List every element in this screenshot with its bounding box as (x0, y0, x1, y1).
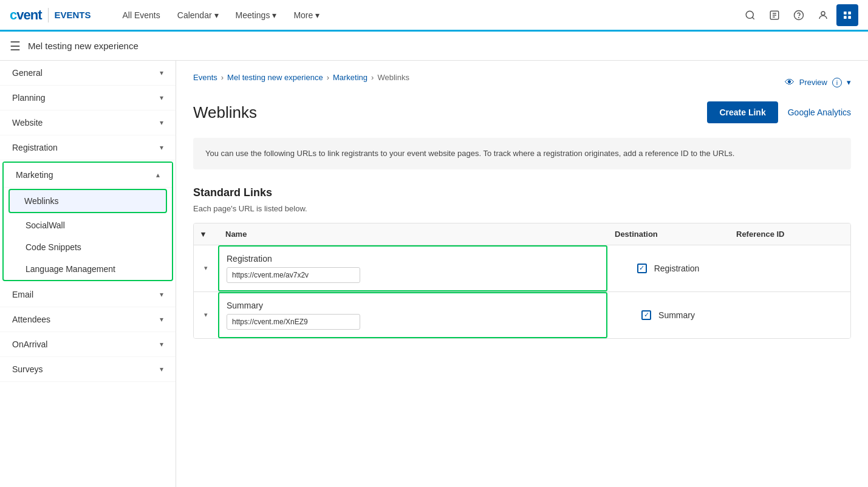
row-name-1: Registration (218, 245, 607, 291)
row-reference-2 (729, 292, 850, 338)
breadcrumb-sep-3: › (371, 73, 374, 82)
nav-calendar[interactable]: Calendar ▾ (170, 7, 226, 24)
user-icon-btn[interactable] (812, 4, 834, 26)
main-layout: General ▾ Planning ▾ Website ▾ Registrat… (0, 61, 868, 487)
name-cell-content-1: Registration (227, 254, 360, 283)
chevron-down-icon: ▾ (160, 290, 163, 299)
breadcrumb-sep-1: › (221, 73, 224, 82)
svg-point-5 (821, 12, 825, 15)
chevron-down-icon: ▾ (160, 94, 163, 102)
col-header-name: Name (218, 230, 607, 239)
sidebar-item-code-snippets[interactable]: Code Snippets (4, 236, 172, 258)
checkbox-summary[interactable]: ✓ (641, 310, 651, 320)
subheader: ☰ Mel testing new experience (0, 32, 868, 61)
nav-divider (48, 8, 49, 22)
search-icon-btn[interactable] (739, 4, 761, 26)
svg-point-4 (799, 17, 799, 18)
info-box: You can use the following URLs to link r… (193, 138, 851, 169)
breadcrumb-right: 👁 Preview i ▾ (785, 77, 851, 88)
subheader-title: Mel testing new experience (28, 41, 138, 51)
breadcrumb-event-name[interactable]: Mel testing new experience (227, 73, 323, 82)
help-icon-btn[interactable] (788, 4, 810, 26)
url-input-summary[interactable] (227, 314, 360, 330)
standard-links-title: Standard Links (193, 186, 851, 199)
svg-rect-8 (844, 16, 847, 19)
svg-rect-6 (844, 12, 847, 15)
nav-more[interactable]: More ▾ (286, 7, 327, 24)
sidebar-item-surveys[interactable]: Surveys ▾ (0, 357, 176, 382)
chevron-down-icon: ▾ (160, 69, 163, 77)
sidebar-item-socialwall[interactable]: SocialWall (4, 214, 172, 236)
nav-icons (739, 4, 858, 26)
page-title: Weblinks (193, 103, 257, 122)
chevron-down-icon: ▾ (160, 315, 163, 324)
chevron-down-icon: ▾ (160, 340, 163, 349)
info-icon[interactable]: i (832, 78, 842, 87)
chevron-down-icon: ▾ (160, 365, 163, 373)
url-input-registration[interactable] (227, 267, 360, 283)
chevron-down-icon: ▾ (315, 10, 320, 20)
sidebar-item-website[interactable]: Website ▾ (0, 111, 176, 135)
sidebar-item-general[interactable]: General ▾ (0, 61, 176, 86)
sidebar-item-onarrival[interactable]: OnArrival ▾ (0, 332, 176, 357)
nav-events-label: EVENTS (55, 10, 91, 20)
main-content: Events › Mel testing new experience › Ma… (176, 61, 868, 487)
info-text: You can use the following URLs to link r… (205, 149, 734, 158)
google-analytics-button[interactable]: Google Analytics (788, 107, 851, 117)
table-row: ▾ Registration ✓ Registration (194, 245, 850, 292)
checkbox-registration[interactable]: ✓ (637, 264, 647, 273)
row-destination-1: ✓ Registration (607, 245, 729, 291)
row-reference-1 (729, 245, 850, 291)
eye-icon: 👁 (785, 77, 795, 88)
table-header: ▾ Name Destination Reference ID (194, 223, 850, 245)
breadcrumb-wrapper: Events › Mel testing new experience › Ma… (193, 73, 851, 92)
weblinks-table: ▾ Name Destination Reference ID ▾ (193, 223, 851, 339)
name-cell-content-2: Summary (227, 301, 360, 330)
grid-icon-btn[interactable] (836, 4, 858, 26)
sidebar-item-email[interactable]: Email ▾ (0, 282, 176, 307)
svg-rect-9 (848, 16, 851, 19)
standard-links-subtitle: Each page's URL is listed below. (193, 204, 851, 213)
logo-area: cvent EVENTS (10, 7, 91, 23)
chevron-down-icon: ▾ (160, 143, 163, 152)
logo: cvent (10, 7, 42, 23)
top-nav: cvent EVENTS All Events Calendar ▾ Meeti… (0, 0, 868, 32)
chevron-down-icon: ▾ (204, 264, 208, 272)
chevron-down-icon[interactable]: ▾ (847, 78, 851, 87)
header-actions: Create Link Google Analytics (707, 101, 851, 123)
sidebar-item-marketing[interactable]: Marketing ▴ (4, 163, 172, 188)
breadcrumb-events[interactable]: Events (193, 73, 217, 82)
row-destination-2: ✓ Summary (607, 292, 729, 338)
row-expand-2[interactable]: ▾ (194, 292, 218, 338)
svg-point-0 (746, 11, 753, 18)
sidebar-item-attendees[interactable]: Attendees ▾ (0, 307, 176, 332)
hamburger-icon[interactable]: ☰ (10, 39, 21, 53)
sidebar-item-planning[interactable]: Planning ▾ (0, 86, 176, 111)
breadcrumb-marketing[interactable]: Marketing (333, 73, 367, 82)
nav-links: All Events Calendar ▾ Meetings ▾ More ▾ (115, 7, 725, 24)
breadcrumb: Events › Mel testing new experience › Ma… (193, 73, 409, 82)
nav-all-events[interactable]: All Events (115, 7, 168, 24)
svg-line-1 (752, 17, 754, 19)
col-header-expand: ▾ (194, 230, 218, 239)
nav-meetings[interactable]: Meetings ▾ (228, 7, 284, 24)
sidebar-section-marketing: Marketing ▴ Weblinks SocialWall Code Sni… (2, 162, 173, 281)
breadcrumb-sep-2: › (327, 73, 329, 82)
chevron-down-icon: ▾ (272, 10, 276, 20)
chevron-down-icon: ▾ (201, 230, 205, 239)
row-expand-1[interactable]: ▾ (194, 245, 218, 291)
chevron-up-icon: ▴ (156, 171, 160, 179)
table-row: ▾ Summary ✓ Summary (194, 292, 850, 338)
badge-icon-btn[interactable] (764, 4, 785, 26)
sidebar-item-weblinks[interactable]: Weblinks (9, 189, 167, 213)
chevron-down-icon: ▾ (204, 311, 208, 319)
page-header: Weblinks Create Link Google Analytics (193, 101, 851, 123)
preview-label[interactable]: Preview (799, 78, 827, 87)
col-header-destination: Destination (607, 230, 729, 239)
chevron-down-icon: ▾ (214, 10, 219, 20)
col-header-reference: Reference ID (729, 230, 850, 239)
sidebar-item-registration[interactable]: Registration ▾ (0, 135, 176, 160)
breadcrumb-current: Weblinks (377, 73, 409, 82)
create-link-button[interactable]: Create Link (707, 101, 777, 123)
sidebar-item-language-management[interactable]: Language Management (4, 258, 172, 280)
